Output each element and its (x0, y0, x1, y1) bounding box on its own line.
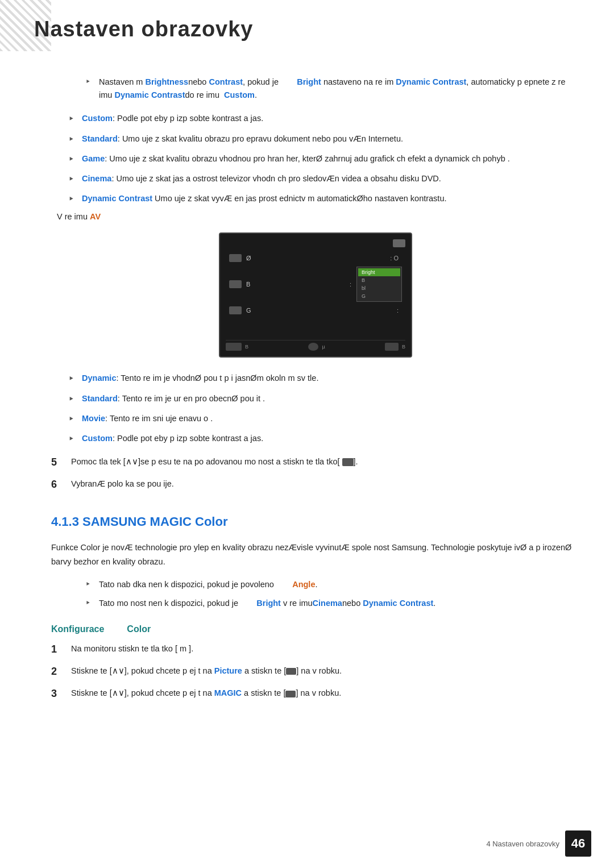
tv-row-value-1: : O (390, 255, 399, 261)
bullet-dot: ‣ (85, 597, 94, 609)
tv-screen-container: Ø : O B : Bright B bl G (51, 232, 580, 358)
konfigurace-heading: Konfigurace Color (51, 624, 580, 634)
page-footer: 4 Nastaven obrazovky 46 (486, 830, 591, 857)
konfig-step-1-text: Na monitoru stiskn te tla tko [ m ]. (71, 642, 580, 655)
tv-row-value-3: : (397, 307, 399, 314)
bullet-game-text: Game: Umo uje z skat kvalitu obrazu vhod… (82, 152, 580, 165)
bullet-cinema: ‣ Cinema: Umo uje z skat jas a ostrost t… (51, 172, 580, 185)
av-section-label: V re imu AV (57, 212, 580, 221)
tv-menu-icon (393, 239, 405, 247)
section-413-intro: Funkce Color je novÆ technologie pro yle… (51, 541, 580, 568)
tv-bottom-bar: B µ B (226, 340, 405, 351)
footer-number: 46 (565, 830, 591, 857)
konfig-step-2-text: Stiskne te [∧∨], pokud chcete p ej t na … (71, 665, 580, 678)
konfig-step-1-num: 1 (51, 642, 71, 657)
bullet-av-movie-text: Movie: Tento re im sni uje enavu o . (82, 412, 580, 425)
step-6-number: 6 (51, 477, 71, 492)
tv-menu-rows: Ø : O B : Bright B bl G (226, 251, 405, 337)
konfig-step-1: 1 Na monitoru stiskn te tla tko [ m ]. (51, 642, 580, 657)
bullet-custom: ‣ Custom: Podle pot eby p izp sobte kont… (51, 112, 580, 125)
bullet-dot: ‣ (68, 154, 76, 162)
restriction-2-text: Tato mo nost nen k dispozici, pokud je B… (99, 597, 435, 610)
bullet-standard: ‣ Standard: Umo uje z skat kvalitu obraz… (51, 132, 580, 146)
tv-row-icon-3 (229, 306, 242, 314)
bullet-dynamic-contrast: ‣ Dynamic Contrast Umo uje z skat vyvÆ e… (51, 192, 580, 205)
bullet-dot: ‣ (68, 394, 76, 402)
konfig-step-3: 3 Stiskne te [∧∨], pokud chcete p ej t n… (51, 687, 580, 701)
bullet-av-dynamic-text: Dynamic: Tento re im je vhodnØ pou t p i… (82, 372, 580, 385)
restriction-bullet-2: ‣ Tato mo nost nen k dispozici, pokud je… (85, 597, 580, 610)
tv-screen: Ø : O B : Bright B bl G (219, 232, 412, 358)
bullet-dot: ‣ (85, 76, 94, 88)
tv-row-label-2: B (246, 281, 350, 288)
tv-row-value-2: : (350, 281, 353, 288)
bullet-standard-text: Standard: Umo uje z skat kvalitu obrazu … (82, 132, 580, 146)
bullet-brightness-text: Nastaven m Brightnessnebo Contrast, poku… (99, 76, 580, 102)
tv-row-label-3: G (246, 307, 397, 314)
bullet-dynamic-contrast-text: Dynamic Contrast Umo uje z skat vyvÆ en … (82, 192, 580, 205)
restriction-bullet-1: ‣ Tato nab dka nen k dispozici, pokud je… (85, 578, 580, 591)
bullet-dot: ‣ (85, 578, 94, 591)
tv-menu-row-2: B : Bright B bl G (226, 265, 405, 303)
bullet-dot: ‣ (68, 134, 76, 142)
konfig-step-2: 2 Stiskne te [∧∨], pokud chcete p ej t n… (51, 665, 580, 679)
konfig-step-3-text: Stiskne te [∧∨], pokud chcete p ej t na … (71, 687, 580, 700)
tv-dropdown-item-b: B (358, 276, 400, 284)
tv-row-icon-1 (229, 254, 242, 262)
bullet-av-dynamic: ‣ Dynamic: Tento re im je vhodnØ pou t p… (51, 372, 580, 385)
tv-dropdown-item-bl: bl (358, 284, 400, 292)
bullet-dot: ‣ (68, 373, 76, 381)
konfig-step-3-num: 3 (51, 687, 71, 701)
step-6: 6 VybranÆ polo ka se pou ije. (51, 477, 580, 492)
tv-bottom-btn-1: B (226, 343, 248, 351)
tv-menu-row-1: Ø : O (226, 253, 405, 263)
section-413-heading: 4.1.3 SAMSUNG MAGIC Color (51, 514, 580, 529)
bullet-av-movie: ‣ Movie: Tento re im sni uje enavu o . (51, 412, 580, 425)
bullet-cinema-text: Cinema: Umo uje z skat jas a ostrost tel… (82, 172, 580, 185)
tv-menu-row-3: G : (226, 305, 405, 315)
bullet-brightness-contrast: ‣ Nastaven m Brightnessnebo Contrast, po… (85, 76, 580, 102)
konfig-step-2-num: 2 (51, 665, 71, 679)
footer-label: 4 Nastaven obrazovky (486, 840, 559, 848)
bullet-dot: ‣ (68, 174, 76, 182)
tv-dropdown-item-g: G (358, 292, 400, 300)
bullet-av-custom: ‣ Custom: Podle pot eby p izp sobte kont… (51, 432, 580, 445)
tv-dropdown-item-bright: Bright (358, 268, 400, 276)
bullet-dot: ‣ (68, 194, 76, 202)
bullet-game: ‣ Game: Umo uje z skat kvalitu obrazu vh… (51, 152, 580, 165)
tv-bottom-btn-3: B (385, 343, 405, 351)
tv-bottom-btn-2: µ (308, 343, 325, 351)
step-5-number: 5 (51, 455, 71, 470)
bullet-av-standard: ‣ Standard: Tento re im je ur en pro obe… (51, 392, 580, 405)
page-title: Nastaven obrazovky (34, 17, 580, 41)
bullet-dot: ‣ (68, 114, 76, 122)
tv-row-icon-2 (229, 280, 242, 288)
bullet-av-standard-text: Standard: Tento re im je ur en pro obecn… (82, 392, 580, 405)
bullet-dot: ‣ (68, 414, 76, 422)
av-label: AV (90, 212, 101, 221)
bullet-dot: ‣ (68, 434, 76, 442)
step-5: 5 Pomoc tla tek [∧∨]se p esu te na po ad… (51, 455, 580, 470)
bullet-av-custom-text: Custom: Podle pot eby p izp sobte kontra… (82, 432, 580, 445)
bullet-custom-text: Custom: Podle pot eby p izp sobte kontra… (82, 112, 580, 125)
tv-dropdown: Bright B bl G (356, 267, 402, 302)
restriction-1-text: Tato nab dka nen k dispozici, pokud je p… (99, 578, 317, 591)
step-5-text: Pomoc tla tek [∧∨]se p esu te na po adov… (71, 455, 580, 468)
tv-row-label-1: Ø (246, 255, 390, 261)
step-6-text: VybranÆ polo ka se pou ije. (71, 477, 580, 491)
tv-top-bar (226, 239, 405, 247)
